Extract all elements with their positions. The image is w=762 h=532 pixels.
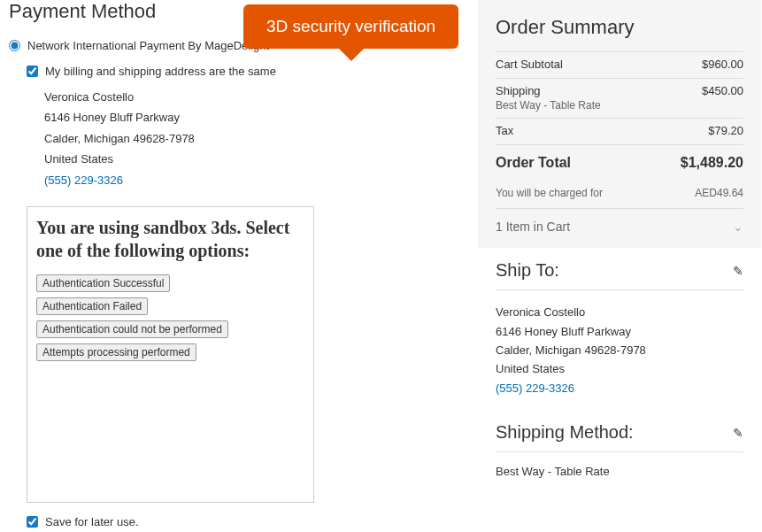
same-address-checkbox[interactable] [27, 66, 38, 77]
shipto-country: United States [496, 359, 743, 378]
billing-phone[interactable]: (555) 229-3326 [44, 170, 469, 190]
payment-radio-networkintl[interactable] [9, 40, 20, 51]
billing-country: United States [44, 149, 469, 169]
shipping-subline: Best Way - Table Rate [496, 99, 601, 113]
edit-shipmethod-icon[interactable]: ✎ [733, 426, 743, 440]
chevron-down-icon: ⌄ [733, 220, 743, 234]
billing-name: Veronica Costello [44, 87, 469, 107]
order-total-value: $1,489.20 [681, 154, 743, 173]
subtotal-value: $960.00 [702, 58, 743, 73]
shipmethod-value: Best Way - Table Rate [496, 465, 743, 478]
shipto-phone[interactable]: (555) 229-3326 [496, 379, 743, 397]
save-later-label: Save for later use. [45, 515, 139, 528]
cart-items-count: 1 Item in Cart [496, 220, 570, 234]
sandbox-title: You are using sandbox 3ds. Select one of… [36, 216, 304, 262]
auth-notperformed-button[interactable]: Authentication could not be performed [36, 320, 228, 338]
same-address-label: My billing and shipping address are the … [45, 65, 276, 78]
subtotal-label: Cart Subtotal [496, 58, 563, 73]
tax-label: Tax [496, 124, 513, 139]
shipto-street: 6146 Honey Bluff Parkway [496, 322, 743, 341]
auth-failed-button[interactable]: Authentication Failed [36, 297, 148, 315]
shipto-citystate: Calder, Michigan 49628-7978 [496, 341, 743, 359]
save-later-checkbox[interactable] [27, 516, 38, 528]
edit-shipto-icon[interactable]: ✎ [733, 264, 743, 278]
order-summary-title: Order Summary [496, 16, 743, 39]
shipping-label: Shipping [496, 84, 601, 99]
shipmethod-title: Shipping Method: [496, 422, 634, 443]
billing-citystate: Calder, Michigan 49628-7978 [44, 128, 469, 149]
tooltip-3ds: 3D security verification [243, 4, 458, 49]
attempts-processing-button[interactable]: Attempts processing performed [36, 343, 196, 361]
billing-street: 6146 Honey Bluff Parkway [44, 107, 469, 127]
payment-radio-label: Network International Payment By MageDel… [27, 39, 269, 52]
cart-items-toggle[interactable]: 1 Item in Cart ⌄ [496, 208, 743, 235]
order-total-label: Order Total [496, 154, 571, 173]
auth-success-button[interactable]: Authentication Successful [36, 274, 170, 292]
shipto-title: Ship To: [496, 260, 559, 281]
tax-value: $79.20 [708, 124, 743, 139]
shipping-value: $450.00 [702, 84, 743, 112]
charged-label: You will be charged for [496, 187, 603, 199]
shipto-name: Veronica Costello [496, 303, 743, 321]
charged-value: AED49.64 [695, 187, 743, 199]
sandbox-3ds-frame: You are using sandbox 3ds. Select one of… [27, 206, 314, 503]
